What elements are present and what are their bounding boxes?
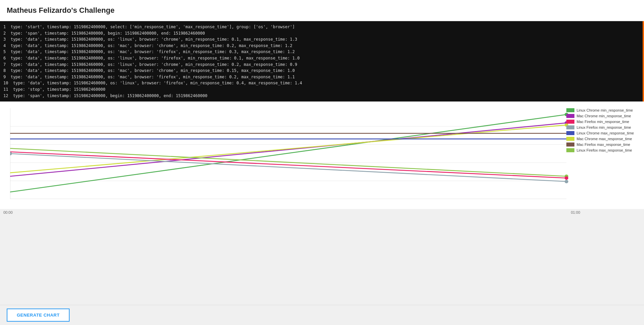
page-title: Matheus Felizardo's Challenge [7,6,637,15]
legend-label: Mac Firefox max_response_time [576,143,630,147]
console-line: 3 type: 'data', timestamp: 1519862400000… [3,36,639,43]
svg-line-16 [10,152,566,178]
app-header: Matheus Felizardo's Challenge [0,0,644,21]
legend-color-box [566,137,574,141]
console-output: 1 type: 'start', timestamp: 151986240000… [0,21,644,101]
svg-point-19 [10,152,12,155]
chart-container: Linux Chrome min_response_timeMac Chrome… [0,101,644,209]
chart-legend: Linux Chrome min_response_timeMac Chrome… [566,108,634,152]
svg-line-6 [10,115,566,192]
bottom-bar: GENERATE CHART [0,305,644,325]
svg-line-10 [10,125,566,173]
console-line: 2 type: 'span', timestamp: 1519862400000… [3,30,639,37]
console-line: 9 type: 'data', timestamp: 1519862460000… [3,74,639,80]
console-line: 10 type: 'data', timestamp: 151986246000… [3,80,639,86]
legend-color-box [566,131,574,135]
legend-label: Linux Firefox min_response_time [576,125,631,129]
spacer [0,214,644,315]
legend-label: Mac Firefox min_response_time [576,120,629,124]
svg-line-14 [10,149,566,176]
legend-item: Linux Chrome min_response_time [566,108,634,112]
console-line: 11 type: 'stop', timestamp: 151986246000… [3,86,639,93]
legend-item: Linux Firefox max_response_time [566,148,634,152]
console-line: 12 type: 'span', timestamp: 151986240000… [3,93,639,99]
x-axis-end: 01:00 [571,210,580,214]
legend-color-box [566,108,574,112]
x-axis: 00:00 01:00 [0,209,644,214]
legend-color-box [566,148,574,152]
generate-chart-button[interactable]: GENERATE CHART [7,309,70,322]
legend-label: Linux Chrome min_response_time [576,108,633,112]
legend-color-box [566,143,574,147]
chart-svg [10,108,641,199]
svg-point-17 [565,176,568,180]
legend-item: Mac Firefox max_response_time [566,143,634,147]
console-line: 4 type: 'data', timestamp: 1519862400000… [3,43,639,49]
console-line: 5 type: 'data', timestamp: 1519862400000… [3,49,639,55]
legend-item: Linux Chrome max_response_time [566,131,634,135]
legend-label: Mac Chrome min_response_time [576,114,631,118]
console-line: 8 type: 'data', timestamp: 1519862460000… [3,68,639,74]
legend-color-box [566,114,574,118]
console-line: 6 type: 'data', timestamp: 1519862400000… [3,55,639,62]
console-line: 1 type: 'start', timestamp: 151986240000… [3,24,639,30]
console-line: 7 type: 'data', timestamp: 1519862460000… [3,62,639,68]
svg-point-20 [565,180,568,183]
legend-color-box [566,120,574,124]
legend-item: Mac Firefox min_response_time [566,120,634,124]
legend-item: Linux Firefox min_response_time [566,125,634,129]
legend-label: Mac Chrome max_response_time [576,137,632,141]
legend-item: Mac Chrome max_response_time [566,137,634,141]
svg-line-18 [10,154,566,181]
legend-color-box [566,125,574,129]
legend-label: Linux Chrome max_response_time [576,131,634,135]
legend-item: Mac Chrome min_response_time [566,114,634,118]
legend-label: Linux Firefox max_response_time [576,148,632,152]
svg-line-8 [10,123,566,176]
x-axis-start: 00:00 [3,210,13,214]
